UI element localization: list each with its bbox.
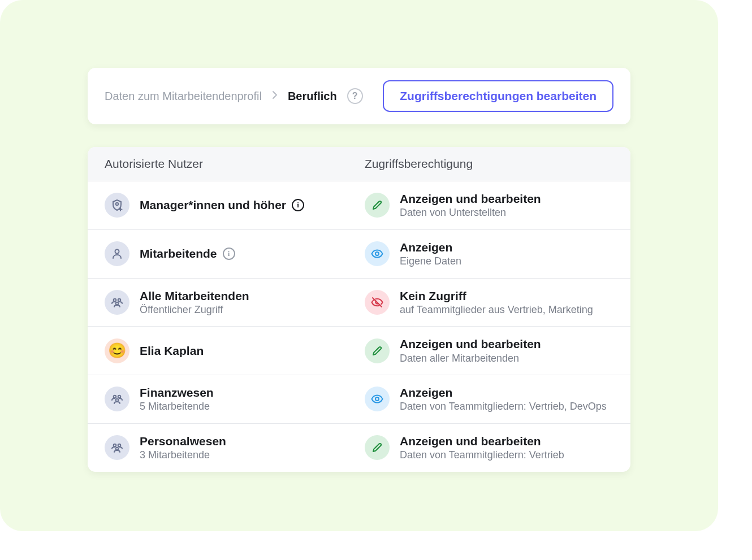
table-header: Autorisierte Nutzer Zugriffsberechtigung <box>88 147 630 181</box>
permission-subtitle: auf Teammitglieder aus Vertrieb, Marketi… <box>400 303 593 316</box>
user-cell: Manager*innen und höheri <box>105 193 365 218</box>
table-row: Alle MitarbeitendenÖffentlicher ZugriffK… <box>88 279 630 327</box>
pencil-icon <box>365 338 390 363</box>
permission-title: Anzeigen und bearbeiten <box>400 337 541 351</box>
user-title: Personalwesen <box>140 434 226 449</box>
user-subtitle: 3 Mitarbeitende <box>140 449 226 462</box>
permission-title: Kein Zugriff <box>400 289 593 303</box>
eye-icon <box>365 387 390 411</box>
permission-cell: AnzeigenEigene Daten <box>365 240 613 268</box>
table-row: Manager*innen und höheriAnzeigen und bea… <box>88 181 630 230</box>
permission-cell: Anzeigen und bearbeitenDaten aller Mitar… <box>365 337 613 364</box>
permission-cell: AnzeigenDaten von Teammitgliedern: Vertr… <box>365 385 613 413</box>
permission-cell: Anzeigen und bearbeitenDaten von Unterst… <box>365 192 613 219</box>
edit-permissions-button[interactable]: Zugriffsberechtigungen bearbeiten <box>383 80 613 112</box>
user-title: Manager*innen und höher <box>140 198 286 212</box>
people-icon <box>105 387 129 411</box>
permission-title: Anzeigen und bearbeiten <box>400 192 541 206</box>
permission-subtitle: Eigene Daten <box>400 255 461 268</box>
column-header-permission: Zugriffsberechtigung <box>365 157 613 171</box>
permission-subtitle: Daten aller Mitarbeitenden <box>400 352 541 365</box>
user-title: Finanzwesen <box>140 385 214 400</box>
pencil-icon <box>365 435 390 460</box>
breadcrumb-parent[interactable]: Daten zum Mitarbeitendenprofil <box>105 90 262 103</box>
permission-subtitle: Daten von Teammitgliedern: Vertrieb, Dev… <box>400 400 607 413</box>
breadcrumb-current: Beruflich <box>288 90 337 103</box>
info-icon[interactable]: i <box>292 199 304 211</box>
user-cell: Alle MitarbeitendenÖffentlicher Zugriff <box>105 289 365 316</box>
user-cell: Finanzwesen5 Mitarbeitende <box>105 385 365 413</box>
people-icon <box>105 435 129 460</box>
pencil-icon <box>365 193 390 218</box>
permission-title: Anzeigen und bearbeiten <box>400 434 564 449</box>
breadcrumb-bar: Daten zum Mitarbeitendenprofil Beruflich… <box>88 68 630 124</box>
table-row: Personalwesen3 MitarbeitendeAnzeigen und… <box>88 424 630 472</box>
permission-subtitle: Daten von Unterstellten <box>400 206 541 219</box>
user-subtitle: 5 Mitarbeitende <box>140 400 214 413</box>
permission-title: Anzeigen <box>400 385 607 400</box>
table-row: MitarbeitendeiAnzeigenEigene Daten <box>88 230 630 279</box>
permissions-table: Autorisierte Nutzer Zugriffsberechtigung… <box>88 147 630 472</box>
help-icon[interactable]: ? <box>347 88 363 104</box>
avatar: 😊 <box>105 338 129 363</box>
eye-off-icon <box>365 290 390 315</box>
permission-cell: Anzeigen und bearbeitenDaten von Teammit… <box>365 434 613 462</box>
eye-icon <box>365 241 390 266</box>
chevron-right-icon <box>272 90 278 102</box>
permission-subtitle: Daten von Teammitgliedern: Vertrieb <box>400 449 564 462</box>
user-subtitle: Öffentlicher Zugriff <box>140 303 249 316</box>
person-icon <box>105 241 129 266</box>
info-icon[interactable]: i <box>223 248 235 260</box>
user-title: Mitarbeitende <box>140 246 217 261</box>
column-header-user: Autorisierte Nutzer <box>105 157 365 171</box>
user-cell: Mitarbeitendei <box>105 241 365 266</box>
permission-title: Anzeigen <box>400 240 461 255</box>
breadcrumb: Daten zum Mitarbeitendenprofil Beruflich… <box>105 88 363 104</box>
shield-plus-icon <box>105 193 129 218</box>
table-row: Finanzwesen5 MitarbeitendeAnzeigenDaten … <box>88 375 630 424</box>
user-title: Alle Mitarbeitenden <box>140 289 249 303</box>
permission-cell: Kein Zugriffauf Teammitglieder aus Vertr… <box>365 289 613 316</box>
people-icon <box>105 290 129 315</box>
user-cell: 😊Elia Kaplan <box>105 338 365 363</box>
table-row: 😊Elia KaplanAnzeigen und bearbeitenDaten… <box>88 327 630 375</box>
user-cell: Personalwesen3 Mitarbeitende <box>105 434 365 462</box>
user-title: Elia Kaplan <box>140 344 204 358</box>
